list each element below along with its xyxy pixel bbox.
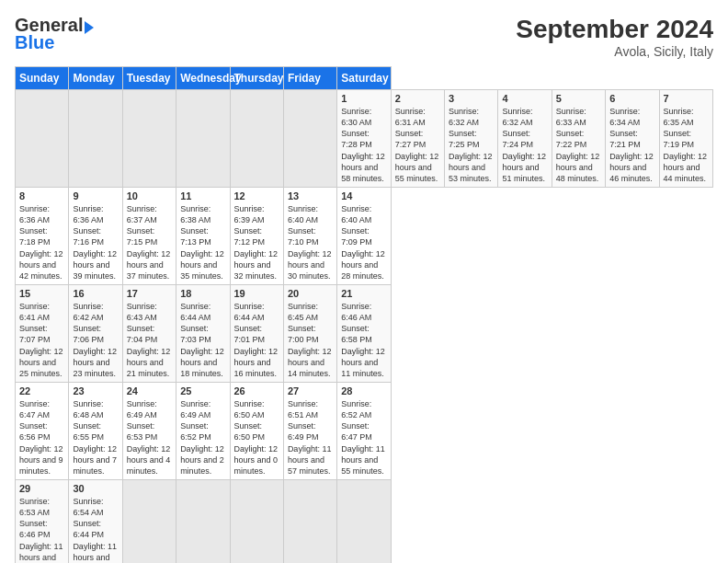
sunrise-text: Sunrise: 6:51 AM xyxy=(288,399,318,419)
sunset-text: Sunset: 7:21 PM xyxy=(609,129,641,149)
table-row: 8Sunrise: 6:36 AMSunset: 7:18 PMDaylight… xyxy=(16,187,69,284)
table-row: 15Sunrise: 6:41 AMSunset: 7:07 PMDayligh… xyxy=(16,284,69,382)
table-row: 3Sunrise: 6:32 AMSunset: 7:25 PMDaylight… xyxy=(445,90,498,188)
sunrise-text: Sunrise: 6:49 AM xyxy=(180,399,210,419)
sunrise-text: Sunrise: 6:52 AM xyxy=(341,399,371,419)
col-thursday: Thursday xyxy=(230,67,283,90)
day-number: 27 xyxy=(288,385,333,396)
sunset-text: Sunset: 7:03 PM xyxy=(180,324,211,344)
daylight-text: Daylight: 12 hours and 25 minutes. xyxy=(19,347,63,378)
sunset-text: Sunset: 7:12 PM xyxy=(234,226,266,247)
table-row: 24Sunrise: 6:49 AMSunset: 6:53 PMDayligh… xyxy=(122,382,176,479)
calendar-subtitle: Avola, Sicily, Italy xyxy=(516,44,713,59)
day-info: Sunrise: 6:43 AMSunset: 7:04 PMDaylight:… xyxy=(127,301,172,379)
day-info: Sunrise: 6:53 AMSunset: 6:46 PMDaylight:… xyxy=(19,496,64,563)
sunset-text: Sunset: 7:10 PM xyxy=(288,226,319,247)
table-row xyxy=(230,90,283,188)
table-row: 18Sunrise: 6:44 AMSunset: 7:03 PMDayligh… xyxy=(176,284,230,382)
day-number: 11 xyxy=(180,190,225,201)
table-row xyxy=(283,90,336,188)
daylight-text: Daylight: 12 hours and 2 minutes. xyxy=(180,444,224,476)
logo-arrow-icon xyxy=(85,21,94,34)
day-info: Sunrise: 6:44 AMSunset: 7:03 PMDaylight:… xyxy=(180,301,225,379)
sunrise-text: Sunrise: 6:36 AM xyxy=(73,204,103,224)
header: General Blue September 2024 Avola, Sicil… xyxy=(15,15,713,59)
sunset-text: Sunset: 6:50 PM xyxy=(234,421,266,442)
sunrise-text: Sunrise: 6:33 AM xyxy=(556,107,586,127)
sunset-text: Sunset: 7:00 PM xyxy=(288,324,319,344)
sunset-text: Sunset: 6:49 PM xyxy=(288,421,319,442)
day-number: 16 xyxy=(73,288,118,299)
sunset-text: Sunset: 7:01 PM xyxy=(234,324,266,344)
sunrise-text: Sunrise: 6:34 AM xyxy=(609,107,640,127)
sunset-text: Sunset: 6:56 PM xyxy=(19,421,51,442)
day-number: 24 xyxy=(127,385,172,396)
day-info: Sunrise: 6:54 AMSunset: 6:44 PMDaylight:… xyxy=(73,496,118,563)
day-info: Sunrise: 6:45 AMSunset: 7:00 PMDaylight:… xyxy=(288,301,333,379)
table-row: 29Sunrise: 6:53 AMSunset: 6:46 PMDayligh… xyxy=(16,479,69,563)
sunrise-text: Sunrise: 6:40 AM xyxy=(341,204,371,224)
daylight-text: Daylight: 12 hours and 23 minutes. xyxy=(73,347,117,378)
logo: General Blue xyxy=(15,15,94,53)
table-row xyxy=(283,479,336,563)
table-row xyxy=(122,479,176,563)
calendar-body: 1Sunrise: 6:30 AMSunset: 7:28 PMDaylight… xyxy=(16,90,713,564)
sunrise-text: Sunrise: 6:39 AM xyxy=(234,204,265,224)
daylight-text: Daylight: 12 hours and 21 minutes. xyxy=(127,347,171,378)
day-info: Sunrise: 6:36 AMSunset: 7:16 PMDaylight:… xyxy=(73,203,118,282)
daylight-text: Daylight: 12 hours and 32 minutes. xyxy=(234,249,279,281)
table-row: 22Sunrise: 6:47 AMSunset: 6:56 PMDayligh… xyxy=(16,382,69,479)
calendar-week-row: 15Sunrise: 6:41 AMSunset: 7:07 PMDayligh… xyxy=(16,284,713,382)
table-row: 20Sunrise: 6:45 AMSunset: 7:00 PMDayligh… xyxy=(283,284,336,382)
day-info: Sunrise: 6:46 AMSunset: 6:58 PMDaylight:… xyxy=(341,301,386,379)
daylight-text: Daylight: 12 hours and 37 minutes. xyxy=(127,249,171,281)
table-row: 6Sunrise: 6:34 AMSunset: 7:21 PMDaylight… xyxy=(606,90,659,188)
sunrise-text: Sunrise: 6:47 AM xyxy=(19,399,50,419)
daylight-text: Daylight: 12 hours and 58 minutes. xyxy=(341,152,385,183)
day-number: 6 xyxy=(609,93,654,104)
table-row: 11Sunrise: 6:38 AMSunset: 7:13 PMDayligh… xyxy=(176,187,230,284)
day-number: 7 xyxy=(664,93,710,104)
day-number: 29 xyxy=(19,483,64,494)
sunset-text: Sunset: 7:28 PM xyxy=(341,129,372,149)
sunrise-text: Sunrise: 6:45 AM xyxy=(288,302,318,322)
day-number: 15 xyxy=(19,288,64,299)
day-info: Sunrise: 6:49 AMSunset: 6:53 PMDaylight:… xyxy=(127,398,172,477)
sunset-text: Sunset: 7:24 PM xyxy=(502,129,533,149)
table-row: 17Sunrise: 6:43 AMSunset: 7:04 PMDayligh… xyxy=(122,284,176,382)
table-row xyxy=(122,90,176,188)
day-info: Sunrise: 6:47 AMSunset: 6:56 PMDaylight:… xyxy=(19,398,64,477)
day-info: Sunrise: 6:31 AMSunset: 7:27 PMDaylight:… xyxy=(395,106,440,184)
table-row: 13Sunrise: 6:40 AMSunset: 7:10 PMDayligh… xyxy=(283,187,336,284)
sunset-text: Sunset: 6:44 PM xyxy=(73,519,104,539)
table-row: 25Sunrise: 6:49 AMSunset: 6:52 PMDayligh… xyxy=(176,382,230,479)
daylight-text: Daylight: 12 hours and 7 minutes. xyxy=(73,444,117,476)
sunrise-text: Sunrise: 6:49 AM xyxy=(127,399,157,419)
col-saturday: Saturday xyxy=(337,67,391,90)
table-row: 16Sunrise: 6:42 AMSunset: 7:06 PMDayligh… xyxy=(69,284,122,382)
day-number: 12 xyxy=(234,190,279,201)
sunrise-text: Sunrise: 6:40 AM xyxy=(288,204,318,224)
table-row: 10Sunrise: 6:37 AMSunset: 7:15 PMDayligh… xyxy=(122,187,176,284)
day-info: Sunrise: 6:34 AMSunset: 7:21 PMDaylight:… xyxy=(609,106,654,184)
day-info: Sunrise: 6:30 AMSunset: 7:28 PMDaylight:… xyxy=(341,106,386,184)
daylight-text: Daylight: 12 hours and 42 minutes. xyxy=(19,249,63,281)
daylight-text: Daylight: 11 hours and 50 minutes. xyxy=(73,542,117,564)
day-number: 3 xyxy=(449,93,494,104)
day-number: 22 xyxy=(19,385,64,396)
sunrise-text: Sunrise: 6:41 AM xyxy=(19,302,50,322)
day-number: 23 xyxy=(73,385,118,396)
sunrise-text: Sunrise: 6:31 AM xyxy=(395,107,426,127)
day-number: 2 xyxy=(395,93,440,104)
sunrise-text: Sunrise: 6:43 AM xyxy=(127,302,157,322)
day-number: 26 xyxy=(234,385,279,396)
daylight-text: Daylight: 12 hours and 28 minutes. xyxy=(341,249,385,281)
day-number: 14 xyxy=(341,190,386,201)
day-number: 10 xyxy=(127,190,172,201)
day-info: Sunrise: 6:33 AMSunset: 7:22 PMDaylight:… xyxy=(556,106,601,184)
daylight-text: Daylight: 12 hours and 53 minutes. xyxy=(449,152,493,183)
calendar-title: September 2024 xyxy=(516,15,713,44)
daylight-text: Daylight: 11 hours and 57 minutes. xyxy=(288,444,332,476)
table-row: 12Sunrise: 6:39 AMSunset: 7:12 PMDayligh… xyxy=(230,187,283,284)
table-row: 27Sunrise: 6:51 AMSunset: 6:49 PMDayligh… xyxy=(283,382,336,479)
